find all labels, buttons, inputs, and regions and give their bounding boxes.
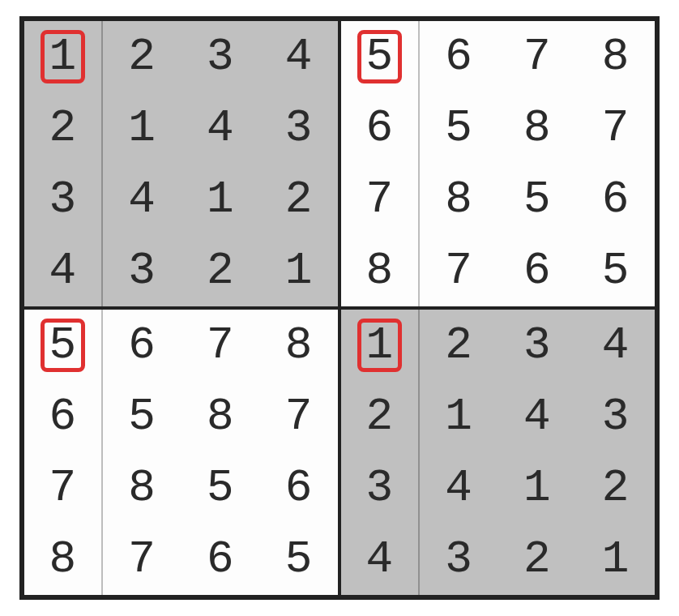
cell: 3: [24, 164, 103, 235]
cell: 3: [420, 524, 498, 595]
cell: 3: [259, 92, 338, 164]
cell: 7: [259, 381, 338, 452]
cell: 4: [498, 381, 577, 452]
cell: 4: [341, 524, 420, 595]
cell-value: 8: [199, 392, 242, 441]
cell: 6: [24, 381, 103, 452]
cell-value: 4: [120, 175, 164, 224]
cell-value: 8: [437, 175, 480, 224]
cell-value: 1: [437, 392, 480, 441]
cell: 5: [103, 381, 181, 452]
cell: 5: [24, 310, 103, 381]
cell: 1: [24, 21, 103, 92]
cell: 2: [103, 21, 181, 92]
cell-value: 4: [41, 246, 85, 295]
cell: 3: [498, 310, 577, 381]
cell-value: 4: [437, 464, 480, 512]
cell: 6: [420, 21, 498, 92]
cell: 2: [259, 164, 338, 235]
cell-value: 7: [437, 246, 480, 295]
cell-value: 7: [41, 464, 85, 512]
cell-value: 2: [437, 321, 480, 370]
cell: 1: [103, 92, 181, 164]
cell: 2: [420, 310, 498, 381]
cell-value: 5: [199, 464, 242, 512]
cell: 4: [24, 235, 103, 306]
cell: 6: [181, 524, 260, 595]
cell: 2: [576, 452, 655, 524]
cell-value: 5: [437, 104, 480, 152]
cell-value: 2: [515, 535, 559, 584]
cell-value: 6: [120, 321, 164, 370]
cell-value: 5: [594, 246, 638, 295]
cell-value: 6: [199, 535, 242, 584]
cell-value: 5: [515, 175, 559, 224]
cell-value: 3: [515, 321, 559, 370]
cell: 7: [341, 164, 420, 235]
cell: 7: [420, 235, 498, 306]
cell-value: 1: [594, 535, 638, 584]
cell: 3: [341, 452, 420, 524]
cell-value: 6: [358, 104, 402, 152]
cell: 5: [341, 21, 420, 92]
cell-value-highlighted: 5: [357, 30, 403, 83]
cell: 3: [181, 21, 260, 92]
cell-value: 4: [277, 32, 321, 81]
cell-value: 5: [277, 535, 321, 584]
cell-value: 6: [437, 32, 480, 81]
cell: 7: [24, 452, 103, 524]
cell-value-highlighted: 1: [357, 319, 403, 372]
cell: 2: [341, 381, 420, 452]
quadrant-bottom-left: 5 6 7 8 6 5 8 7 7 8 5 6 8 7 6 5: [23, 308, 340, 597]
cell-value: 2: [594, 464, 638, 512]
cell-value: 8: [277, 321, 321, 370]
cell-value: 3: [358, 464, 402, 512]
cell-value: 8: [515, 104, 559, 152]
cell-value: 6: [515, 246, 559, 295]
cell: 8: [181, 381, 260, 452]
cell-value: 1: [515, 464, 559, 512]
cell: 7: [181, 310, 260, 381]
cell: 4: [259, 21, 338, 92]
quadrant-bottom-right: 1 2 3 4 2 1 4 3 3 4 1 2 4 3 2 1: [340, 308, 656, 597]
cell: 8: [259, 310, 338, 381]
cell: 6: [576, 164, 655, 235]
cell: 8: [576, 21, 655, 92]
cell-value-highlighted: 1: [41, 30, 86, 83]
cell-value: 2: [358, 392, 402, 441]
cell-value: 6: [277, 464, 321, 512]
cell-value: 4: [515, 392, 559, 441]
quadrant-top-right: 5 6 7 8 6 5 8 7 7 8 5 6 8 7 6 5: [340, 19, 656, 308]
quadrant-top-left: 1 2 3 4 2 1 4 3 3 4 1 2 4 3 2 1: [23, 19, 340, 308]
cell: 1: [498, 452, 577, 524]
cell: 1: [576, 524, 655, 595]
cell-value: 8: [358, 246, 402, 295]
cell: 2: [24, 92, 103, 164]
cell: 4: [420, 452, 498, 524]
cell-value: 1: [277, 246, 321, 295]
cell-value: 4: [358, 535, 402, 584]
cell: 6: [498, 235, 577, 306]
cell: 5: [420, 92, 498, 164]
cell: 3: [103, 235, 181, 306]
cell: 5: [181, 452, 260, 524]
cell: 8: [420, 164, 498, 235]
cell-value: 6: [41, 392, 85, 441]
cell: 1: [181, 164, 260, 235]
cell: 5: [259, 524, 338, 595]
cell-value: 8: [120, 464, 164, 512]
cell-value: 3: [41, 175, 85, 224]
cell: 6: [103, 310, 181, 381]
cell: 7: [103, 524, 181, 595]
cell-value: 8: [594, 32, 638, 81]
cell: 6: [259, 452, 338, 524]
cell: 5: [498, 164, 577, 235]
cell-value: 2: [41, 104, 85, 152]
cell: 4: [181, 92, 260, 164]
cell-value: 7: [358, 175, 402, 224]
cell: 8: [498, 92, 577, 164]
latin-square-grid: 1 2 3 4 2 1 4 3 3 4 1 2 4 3 2 1 5 6 7 8 …: [19, 16, 660, 600]
cell-value: 7: [120, 535, 164, 584]
cell: 5: [576, 235, 655, 306]
cell: 1: [341, 310, 420, 381]
